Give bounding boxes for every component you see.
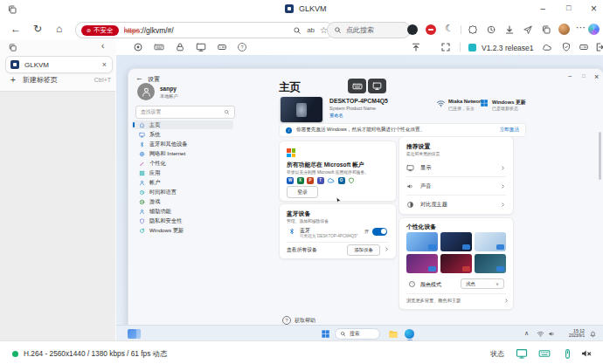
home-button[interactable]: ⌂ bbox=[56, 24, 62, 34]
sidebar-item-network[interactable]: 网络和 Internet bbox=[132, 149, 233, 158]
theme-thumbnail[interactable] bbox=[475, 254, 506, 273]
sidebar-item-accounts[interactable]: 帐户 bbox=[132, 178, 233, 187]
device-panel-icon[interactable] bbox=[579, 42, 589, 52]
copilot-icon[interactable] bbox=[588, 24, 600, 35]
tray-wifi-icon[interactable] bbox=[537, 330, 544, 338]
taskbar-search[interactable]: 搜索 bbox=[335, 328, 380, 340]
security-badge[interactable]: ⊘ 不安全 bbox=[81, 25, 119, 36]
back-button[interactable]: ← bbox=[10, 24, 21, 34]
more-menu-icon[interactable]: ⋯ bbox=[576, 23, 586, 32]
file-explorer-icon[interactable] bbox=[388, 329, 399, 340]
search-url-icon[interactable] bbox=[293, 26, 302, 35]
rec-row-display[interactable]: 显示 bbox=[399, 159, 513, 176]
virtual-keyboard-icon[interactable] bbox=[154, 42, 164, 52]
maximize-button[interactable]: □ bbox=[566, 4, 571, 12]
sidebar-item-system[interactable]: 系统 bbox=[132, 130, 233, 139]
edge-icon[interactable] bbox=[405, 329, 414, 339]
widgets-button[interactable] bbox=[128, 329, 141, 339]
sidebar-item-privacy[interactable]: 隐私和安全性 bbox=[132, 216, 233, 225]
collapse-sidebar-icon[interactable]: ‹ bbox=[101, 42, 104, 51]
rename-link[interactable]: 重命名 bbox=[329, 113, 343, 119]
tray-volume-icon[interactable] bbox=[548, 330, 556, 338]
darkreader-extension-icon[interactable]: ☾ bbox=[445, 24, 454, 33]
extensions-icon[interactable] bbox=[468, 24, 478, 35]
logout-icon[interactable] bbox=[594, 42, 603, 52]
sidebar-item-personalization[interactable]: 个性化 bbox=[132, 159, 233, 168]
fullscreen-icon[interactable] bbox=[440, 42, 451, 52]
settings-search-input[interactable]: 查找设置 bbox=[135, 106, 235, 119]
remote-maximize-icon[interactable]: □ bbox=[582, 73, 586, 79]
screen-icon[interactable] bbox=[196, 42, 206, 52]
get-help-link[interactable]: ? 获取帮助 bbox=[282, 316, 315, 325]
theme-thumbnail[interactable] bbox=[406, 232, 438, 251]
quick-search-box[interactable]: 点此搜索 bbox=[327, 22, 411, 38]
status-keyboard-icon[interactable] bbox=[538, 347, 551, 360]
display-settings-icon[interactable] bbox=[133, 42, 143, 52]
sidebar-item-gaming[interactable]: 游戏 bbox=[132, 197, 233, 206]
translate-icon[interactable]: ab bbox=[307, 26, 315, 34]
security-shield-icon[interactable] bbox=[561, 42, 572, 52]
bluetooth-toggle[interactable] bbox=[372, 228, 387, 236]
onedrive-icon bbox=[327, 176, 335, 184]
theme-thumbnail[interactable] bbox=[475, 232, 506, 251]
settings-back-icon[interactable]: ← bbox=[135, 73, 143, 82]
add-device-button[interactable]: 添加设备 bbox=[347, 244, 380, 256]
new-tab-button[interactable]: + 新建标签页 Ctrl+T bbox=[10, 75, 111, 85]
start-button[interactable] bbox=[321, 329, 330, 339]
minimize-button[interactable]: − bbox=[540, 4, 545, 14]
update-cloud-icon[interactable] bbox=[542, 42, 552, 52]
close-tab-icon[interactable]: × bbox=[102, 60, 107, 69]
share-icon[interactable] bbox=[523, 24, 533, 35]
sidebar-item-apps[interactable]: 应用 bbox=[132, 168, 233, 177]
kvm-overlay-video-button[interactable] bbox=[368, 79, 386, 93]
profile-avatar[interactable] bbox=[558, 24, 570, 35]
address-bar[interactable]: ⊘ 不安全 https://glkvm/#/ ab ☆ bbox=[75, 22, 334, 38]
color-mode-select[interactable]: 浅色 ∨ bbox=[461, 278, 504, 289]
sidebar-item-bluetooth[interactable]: 蓝牙和其他设备 bbox=[132, 140, 233, 148]
mouse-lock-icon[interactable] bbox=[175, 42, 185, 52]
rec-row-contrast[interactable]: 对比度主题 bbox=[399, 196, 513, 213]
downloads-icon[interactable] bbox=[504, 24, 515, 35]
adblock-extension-icon[interactable] bbox=[428, 29, 433, 31]
sidebar-item-windows-update[interactable]: Windows 更新 bbox=[132, 226, 233, 235]
user-avatar[interactable] bbox=[137, 83, 155, 100]
remote-close-icon[interactable]: × bbox=[594, 72, 599, 81]
browse-themes-link[interactable]: 浏览更多背景、颜色和主题 bbox=[406, 298, 497, 304]
chevron-right-icon[interactable] bbox=[384, 246, 390, 252]
view-all-devices-link[interactable]: 查看所有设备 bbox=[287, 246, 317, 254]
tray-chevron-icon[interactable]: ∧ bbox=[524, 330, 529, 337]
split-screen-icon[interactable] bbox=[541, 24, 551, 35]
sidebar-item-accessibility[interactable]: 辅助功能 bbox=[132, 207, 233, 216]
github-extension-icon[interactable] bbox=[407, 24, 418, 35]
rec-row-sound[interactable]: 声音 bbox=[399, 177, 513, 195]
sidebar-item-time-language[interactable]: 时间和语言 bbox=[132, 188, 233, 196]
network-name[interactable]: Miaka Network bbox=[448, 99, 484, 104]
theme-thumbnail[interactable] bbox=[440, 254, 472, 273]
sign-in-button[interactable]: 登录 bbox=[287, 186, 318, 198]
help-icon[interactable]: ? bbox=[238, 43, 246, 52]
status-monitor-icon[interactable] bbox=[516, 347, 528, 360]
close-button[interactable]: × bbox=[591, 3, 597, 14]
sidebar-item-home[interactable]: 主页 bbox=[132, 120, 233, 129]
sidebar-tab-glkvm[interactable]: GLKVM × bbox=[5, 56, 113, 73]
theme-thumbnail[interactable] bbox=[406, 254, 438, 273]
settings-scrollbar[interactable] bbox=[599, 132, 601, 180]
theme-thumbnail[interactable] bbox=[440, 232, 472, 251]
kvm-overlay-keyboard-button[interactable] bbox=[348, 79, 366, 93]
tab-actions-icon[interactable] bbox=[8, 43, 17, 52]
url-text[interactable]: https://glkvm/#/ bbox=[124, 26, 288, 35]
pin-top-icon[interactable] bbox=[411, 42, 421, 52]
tab-manager-icon[interactable] bbox=[7, 4, 17, 15]
virtual-media-icon[interactable] bbox=[217, 42, 227, 52]
activate-now-link[interactable]: 立即激活 bbox=[500, 127, 519, 134]
browser-tab[interactable]: GLKVM bbox=[285, 4, 327, 13]
chevron-right-icon[interactable] bbox=[503, 298, 509, 304]
status-mouse-icon[interactable] bbox=[562, 348, 573, 360]
notification-bell-icon[interactable] bbox=[589, 330, 597, 338]
history-icon[interactable] bbox=[486, 24, 496, 35]
status-mute-icon[interactable] bbox=[580, 347, 593, 360]
remote-desktop-canvas[interactable]: ← 设置 − □ × sanpy 本地帐户 查找设置 主页 系统 蓝牙和其他设备… bbox=[116, 55, 603, 340]
remote-minimize-icon[interactable]: − bbox=[568, 72, 572, 80]
tray-clock[interactable]: 15:12 2023/9/1 bbox=[560, 328, 585, 339]
refresh-button[interactable]: ↻ bbox=[33, 24, 42, 34]
